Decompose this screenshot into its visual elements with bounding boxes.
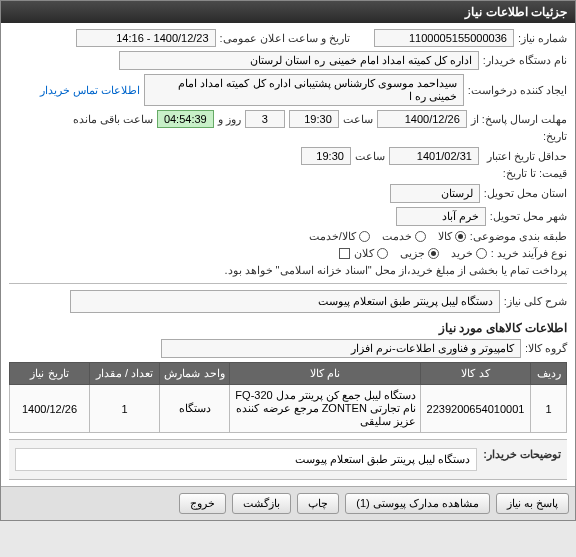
cell-code: 2239200654010001: [421, 385, 531, 433]
radio-dot-icon: [415, 231, 426, 242]
lbl-time-2: ساعت: [355, 150, 385, 163]
footer-bar: پاسخ به نیاز مشاهده مدارک پیوستی (1) چاپ…: [1, 486, 575, 520]
lbl-buyer-org: نام دستگاه خریدار:: [483, 54, 567, 67]
cell-date: 1400/12/26: [10, 385, 90, 433]
radio-label: خرید: [451, 247, 473, 260]
lbl-buyer-notes: توضیحات خریدار:: [483, 448, 561, 471]
back-button[interactable]: بازگشت: [232, 493, 291, 514]
lbl-price-valid: حداقل تاریخ اعتبار: [487, 150, 567, 163]
radio-dot-icon: [428, 248, 439, 259]
val-province: لرستان: [390, 184, 480, 203]
radio-dot-icon: [476, 248, 487, 259]
th-date: تاریخ نیاز: [10, 363, 90, 385]
th-unit: واحد شمارش: [160, 363, 230, 385]
lbl-category: طبقه بندی موضوعی:: [470, 230, 567, 243]
lbl-need-no: شماره نیاز:: [518, 32, 567, 45]
lbl-price-valid2: قیمت: تا تاریخ:: [503, 167, 567, 180]
th-code: کد کالا: [421, 363, 531, 385]
lbl-time-left: ساعت باقی مانده: [73, 113, 153, 126]
val-price-valid-time: 19:30: [301, 147, 351, 165]
val-days-left: 3: [245, 110, 285, 128]
link-contact-info[interactable]: اطلاعات تماس خریدار: [40, 84, 140, 97]
cell-qty: 1: [90, 385, 160, 433]
radio-label: کالا/خدمت: [309, 230, 356, 243]
radio-buy-0[interactable]: خرید: [451, 247, 487, 260]
val-buyer-org: اداره کل کمیته امداد امام خمینی ره استان…: [119, 51, 479, 70]
panel-title: جزئیات اطلاعات نیاز: [1, 1, 575, 23]
lbl-city: شهر محل تحویل:: [490, 210, 567, 223]
val-buyer-notes: دستگاه لیبل پرینتر طبق استعلام پیوست: [15, 448, 477, 471]
print-button[interactable]: چاپ: [297, 493, 339, 514]
cell-name: دستگاه لیبل جمع کن پرینتر مدل FQ-320 نام…: [230, 385, 421, 433]
radio-dot-icon: [377, 248, 388, 259]
val-need-title: دستگاه لیبل پرینتر طبق استعلام پیوست: [70, 290, 500, 313]
cell-idx: 1: [531, 385, 567, 433]
radio-dot-icon: [455, 231, 466, 242]
radio-group-category: کالا خدمت کالا/خدمت: [309, 230, 466, 243]
need-details-panel: جزئیات اطلاعات نیاز شماره نیاز: 11000051…: [0, 0, 576, 521]
lbl-to-date: تاریخ:: [543, 130, 567, 143]
lbl-province: استان محل تحویل:: [484, 187, 567, 200]
val-deadline-date: 1400/12/26: [377, 110, 467, 128]
cell-unit: دستگاه: [160, 385, 230, 433]
radio-dot-icon: [359, 231, 370, 242]
val-need-no: 1100005155000036: [374, 29, 514, 47]
lbl-need-title: شرح کلی نیاز:: [504, 295, 567, 308]
radio-category-2[interactable]: کالا/خدمت: [309, 230, 370, 243]
exit-button[interactable]: خروج: [179, 493, 226, 514]
val-requester: سیداحمد موسوی کارشناس پشتیبانی اداره کل …: [144, 74, 464, 106]
radio-category-0[interactable]: کالا: [438, 230, 466, 243]
th-name: نام کالا: [230, 363, 421, 385]
checkbox-treasury[interactable]: [339, 248, 350, 259]
lbl-buy-process: نوع فرآیند خرید :: [491, 247, 567, 260]
lbl-days-and: روز و: [218, 113, 241, 126]
val-goods-group: کامپیوتر و فناوری اطلاعات-نرم افزار: [161, 339, 521, 358]
form-body: شماره نیاز: 1100005155000036 تاریخ و ساع…: [1, 23, 575, 486]
reply-button[interactable]: پاسخ به نیاز: [496, 493, 569, 514]
val-deadline-time: 19:30: [289, 110, 339, 128]
val-price-valid-date: 1401/02/31: [389, 147, 479, 165]
th-qty: تعداد / مقدار: [90, 363, 160, 385]
radio-label: کالا: [438, 230, 452, 243]
lbl-requester: ایجاد کننده درخواست:: [468, 84, 567, 97]
val-countdown: 04:54:39: [157, 110, 214, 128]
radio-group-buy-process: خرید جزیی کلان: [354, 247, 487, 260]
table-row[interactable]: 1 2239200654010001 دستگاه لیبل جمع کن پر…: [10, 385, 567, 433]
th-idx: ردیف: [531, 363, 567, 385]
radio-buy-2[interactable]: کلان: [354, 247, 388, 260]
radio-buy-1[interactable]: جزیی: [400, 247, 439, 260]
buyer-notes-block: توضیحات خریدار: دستگاه لیبل پرینتر طبق ا…: [9, 439, 567, 480]
val-city: خرم آباد: [396, 207, 486, 226]
attachments-button[interactable]: مشاهده مدارک پیوستی (1): [345, 493, 490, 514]
radio-label: جزیی: [400, 247, 425, 260]
lbl-goods-group: گروه کالا:: [525, 342, 567, 355]
lbl-pay-note: پرداخت تمام یا بخشی از مبلغ خرید،از محل …: [224, 264, 567, 277]
lbl-deadline: مهلت ارسال پاسخ: از: [471, 113, 567, 126]
radio-label: کلان: [354, 247, 374, 260]
section-items-heading: اطلاعات کالاهای مورد نیاز: [9, 321, 567, 335]
radio-category-1[interactable]: خدمت: [382, 230, 426, 243]
lbl-time-1: ساعت: [343, 113, 373, 126]
radio-label: خدمت: [382, 230, 412, 243]
separator: [9, 283, 567, 284]
items-table: ردیف کد کالا نام کالا واحد شمارش تعداد /…: [9, 362, 567, 433]
val-announce-dt: 1400/12/23 - 14:16: [76, 29, 216, 47]
lbl-announce-dt: تاریخ و ساعت اعلان عمومی:: [220, 32, 350, 45]
table-header-row: ردیف کد کالا نام کالا واحد شمارش تعداد /…: [10, 363, 567, 385]
